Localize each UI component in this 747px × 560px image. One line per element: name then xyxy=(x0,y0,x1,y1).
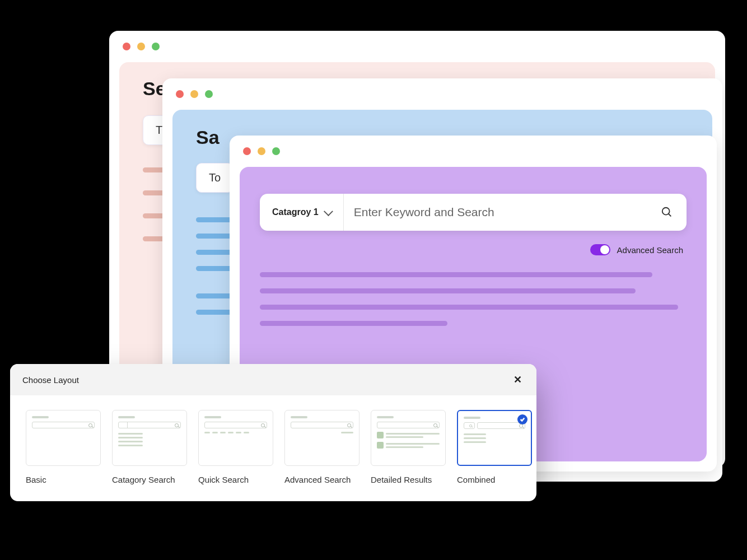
layout-label: Detailed Results xyxy=(371,475,446,484)
minimize-dot-icon[interactable] xyxy=(258,147,265,155)
layout-label: Advanced Search xyxy=(284,475,360,484)
close-dot-icon[interactable] xyxy=(123,43,130,50)
thumbnail xyxy=(371,410,446,466)
thumbnail xyxy=(112,410,187,466)
layout-label: Quick Search xyxy=(198,475,273,484)
thumbnail xyxy=(26,410,101,466)
close-icon[interactable]: ✕ xyxy=(511,373,524,386)
layout-option-advanced-search[interactable]: Advanced Search xyxy=(284,410,360,484)
category-select[interactable]: Catagroy 1 xyxy=(260,194,344,231)
advanced-search-row: Advanced Search xyxy=(240,244,683,255)
chooser-title: Choose Layout xyxy=(22,375,79,385)
minimize-dot-icon[interactable] xyxy=(190,90,198,98)
layout-label: Catagory Search xyxy=(112,475,187,484)
layout-label: Combined xyxy=(457,475,532,484)
chooser-body: Basic Catagory Search xyxy=(10,395,536,501)
layout-option-quick-search[interactable]: Quick Search xyxy=(198,410,273,484)
search-input[interactable] xyxy=(344,206,661,219)
selected-check-icon xyxy=(517,414,527,424)
chip[interactable]: To xyxy=(196,163,234,193)
window-controls xyxy=(162,78,722,110)
svg-point-0 xyxy=(662,208,670,215)
layout-option-category-search[interactable]: Catagory Search xyxy=(112,410,187,484)
svg-line-1 xyxy=(669,214,671,217)
search-bar: Catagroy 1 xyxy=(260,194,687,231)
category-label: Catagroy 1 xyxy=(272,207,319,217)
search-icon[interactable] xyxy=(661,206,673,218)
zoom-dot-icon[interactable] xyxy=(205,90,213,98)
layout-option-detailed-results[interactable]: Detailed Results xyxy=(371,410,446,484)
close-dot-icon[interactable] xyxy=(243,147,251,155)
chevron-down-icon xyxy=(324,207,333,216)
layout-label: Basic xyxy=(26,475,101,484)
window-controls xyxy=(109,31,725,62)
minimize-dot-icon[interactable] xyxy=(137,43,145,50)
thumbnail xyxy=(284,410,360,466)
layout-option-combined[interactable]: Combined xyxy=(457,410,532,484)
zoom-dot-icon[interactable] xyxy=(272,147,280,155)
thumbnail xyxy=(198,410,273,466)
placeholder-lines xyxy=(260,272,687,326)
zoom-dot-icon[interactable] xyxy=(152,43,160,50)
chooser-header: Choose Layout ✕ xyxy=(10,364,536,395)
window-controls xyxy=(230,136,717,167)
layout-chooser: Choose Layout ✕ Basic Catagory Sear xyxy=(10,364,536,501)
layout-option-basic[interactable]: Basic xyxy=(26,410,101,484)
close-dot-icon[interactable] xyxy=(176,90,184,98)
thumbnail xyxy=(457,410,532,466)
advanced-search-label: Advanced Search xyxy=(617,245,683,255)
advanced-search-toggle[interactable] xyxy=(590,244,610,255)
